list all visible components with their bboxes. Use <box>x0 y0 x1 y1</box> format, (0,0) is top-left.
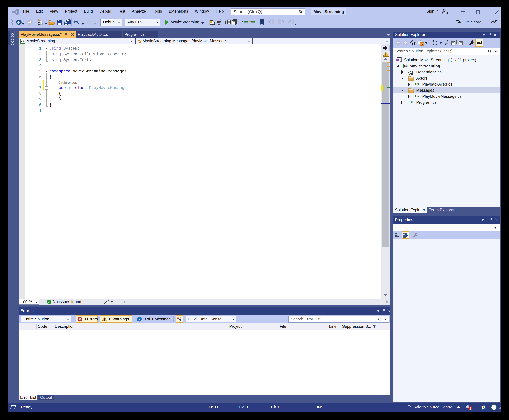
svg-text:Z: Z <box>403 235 405 238</box>
svg-text:A: A <box>403 233 405 235</box>
